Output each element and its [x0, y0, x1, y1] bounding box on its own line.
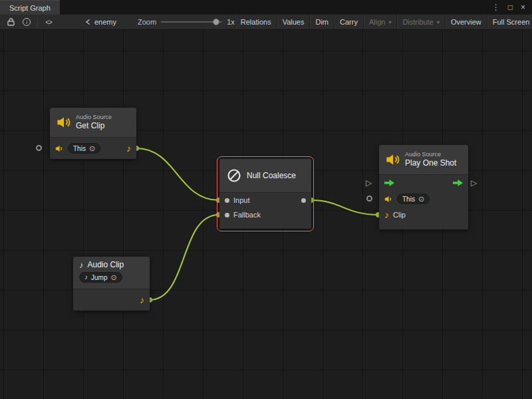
- zoom-label: Zoom: [138, 18, 156, 26]
- graph-canvas[interactable]: Audio Source Get Clip This ⊙ ♪: [0, 31, 532, 399]
- node-title: Get Clip: [76, 121, 112, 131]
- input-port-label: Input: [233, 196, 249, 204]
- input-port[interactable]: [225, 198, 229, 203]
- fallback-row: Fallback: [219, 207, 311, 222]
- target-input-port[interactable]: [36, 145, 42, 151]
- breadcrumb[interactable]: enemy: [78, 15, 123, 29]
- toolbar-left-group: i <>: [0, 15, 59, 29]
- node-titles: Audio Source Play One Shot: [405, 151, 456, 168]
- object-picker-icon[interactable]: ⊙: [89, 145, 95, 152]
- chevron-down-icon: ▾: [388, 19, 391, 25]
- input-row: Input: [219, 193, 311, 207]
- wire-getclip-to-input[interactable]: [136, 148, 219, 200]
- target-input-port[interactable]: [366, 196, 372, 201]
- back-icon: [84, 19, 91, 25]
- toolbar-button-relations[interactable]: Relations: [235, 15, 277, 29]
- music-note-icon: ♪: [84, 274, 88, 281]
- node-title: Null Coalesce: [247, 171, 296, 180]
- toolbar-separator: [37, 17, 38, 27]
- graph-toolbar: i <> enemy Zoom 1x Relations Values Dim …: [0, 15, 532, 30]
- window-tab-bar: Script Graph ⋮ □ ×: [0, 0, 532, 15]
- control-flow-row: [379, 175, 468, 191]
- node-null-coalesce[interactable]: Null Coalesce Input Fallback: [219, 159, 311, 229]
- toolbar-button-distribute[interactable]: Distribute▾: [396, 15, 444, 29]
- audio-clip-port-icon[interactable]: ♪: [384, 210, 389, 219]
- output-row: ♪: [73, 289, 150, 311]
- flow-output-port-icon[interactable]: [453, 180, 463, 186]
- toolbar-button-dim[interactable]: Dim: [309, 15, 334, 29]
- audio-clip-icon: ♪: [79, 261, 84, 269]
- node-header: Audio Source Get Clip: [50, 108, 136, 137]
- flow-output-port[interactable]: ▷: [471, 179, 477, 187]
- audio-clip-output-port-icon[interactable]: ♪: [140, 295, 144, 305]
- zoom-slider[interactable]: [161, 17, 222, 27]
- node-footer: [379, 223, 468, 229]
- node-title-row: ♪ Audio Clip: [79, 260, 124, 269]
- toolbar-button-carry[interactable]: Carry: [334, 15, 363, 29]
- audio-clip-field[interactable]: ♪ Jump ⊙: [79, 272, 122, 283]
- node-header: Audio Source Play One Shot: [379, 145, 468, 174]
- audio-clip-field-value: Jump: [91, 274, 107, 281]
- node-header: Null Coalesce: [219, 159, 311, 192]
- toolbar-button-overview[interactable]: Overview: [445, 15, 487, 29]
- node-footer: [219, 222, 311, 229]
- target-field[interactable]: This ⊙: [68, 143, 100, 154]
- zoom-value: 1x: [227, 18, 235, 26]
- window-controls: ⋮ □ ×: [492, 0, 532, 15]
- node-play-one-shot[interactable]: Audio Source Play One Shot This: [379, 145, 468, 229]
- node-header: ♪ Audio Clip ♪ Jump ⊙: [73, 257, 150, 289]
- info-icon[interactable]: i: [21, 17, 32, 27]
- result-output-port[interactable]: [301, 198, 306, 203]
- toolbar-button-fullscreen[interactable]: Full Screen: [487, 15, 532, 29]
- edit-code-icon[interactable]: <>: [43, 17, 54, 27]
- tab-title: Script Graph: [9, 4, 51, 12]
- object-picker-icon[interactable]: ⊙: [418, 196, 424, 203]
- breadcrumb-label: enemy: [94, 18, 116, 26]
- flow-input-port-icon[interactable]: [384, 180, 394, 186]
- node-body: ♪: [73, 289, 150, 311]
- toolbar-buttons: Relations Values Dim Carry Align▾ Distri…: [235, 15, 532, 29]
- node-body: This ⊙ ♪ Clip: [379, 174, 468, 229]
- audio-clip-output-port-icon[interactable]: ♪: [126, 144, 131, 153]
- zoom-control: Zoom 1x: [138, 15, 235, 29]
- chevron-down-icon: ▾: [437, 19, 440, 25]
- audio-source-icon: [386, 152, 400, 167]
- node-body: This ⊙ ♪: [50, 137, 136, 159]
- node-audio-clip[interactable]: ♪ Audio Clip ♪ Jump ⊙ ♪: [73, 257, 150, 311]
- clip-row: ♪ Clip: [379, 207, 468, 223]
- audio-source-icon: [57, 115, 71, 130]
- node-body: Input Fallback: [219, 192, 311, 229]
- tab-script-graph[interactable]: Script Graph: [0, 0, 60, 15]
- target-row: This ⊙ ♪: [50, 138, 136, 159]
- wire-output-to-clip[interactable]: [311, 200, 378, 215]
- fallback-port-label: Fallback: [233, 211, 261, 219]
- target-field-value: This: [402, 196, 415, 203]
- audio-source-port-icon: [55, 144, 64, 153]
- node-get-clip[interactable]: Audio Source Get Clip This ⊙ ♪: [50, 108, 136, 159]
- node-title: Audio Clip: [88, 260, 124, 269]
- node-titles: Audio Source Get Clip: [76, 114, 112, 131]
- target-field-value: This: [73, 145, 86, 152]
- maximize-icon[interactable]: □: [508, 3, 513, 12]
- flow-input-port[interactable]: ▷: [366, 179, 372, 187]
- clip-port-label: Clip: [393, 211, 406, 219]
- target-row: This ⊙: [379, 191, 468, 207]
- zoom-slider-handle[interactable]: [213, 19, 219, 25]
- node-subtitle: Audio Source: [405, 151, 456, 158]
- toolbar-button-values[interactable]: Values: [277, 15, 310, 29]
- node-title: Play One Shot: [405, 158, 456, 168]
- wire-audioclip-to-fallback[interactable]: [150, 215, 219, 300]
- toolbar-button-align[interactable]: Align▾: [363, 15, 396, 29]
- window-menu-icon[interactable]: ⋮: [492, 3, 500, 12]
- fallback-port[interactable]: [225, 213, 229, 217]
- target-field[interactable]: This ⊙: [397, 194, 430, 204]
- object-picker-icon[interactable]: ⊙: [110, 274, 116, 281]
- node-subtitle: Audio Source: [76, 114, 112, 121]
- close-icon[interactable]: ×: [521, 3, 525, 12]
- audio-source-port-icon: [384, 195, 393, 203]
- lock-icon[interactable]: [5, 17, 16, 27]
- null-coalesce-icon: [226, 168, 242, 184]
